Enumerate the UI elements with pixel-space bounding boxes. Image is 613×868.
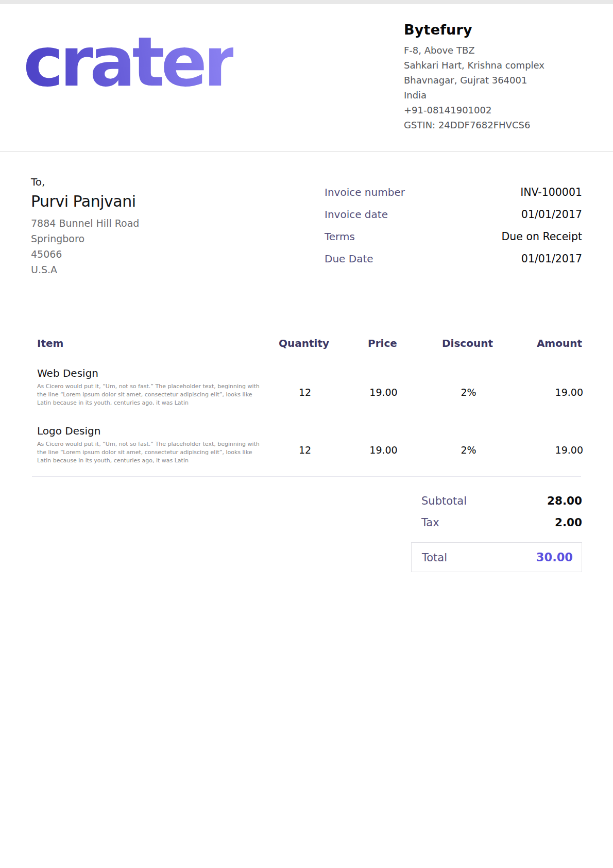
client-name: Purvi Panjvani	[31, 192, 139, 210]
company-name: Bytefury	[404, 22, 544, 38]
item-description: As Cicero would put it, “Um, not so fast…	[37, 382, 266, 407]
due-date-label: Due Date	[325, 253, 373, 265]
terms-value: Due on Receipt	[501, 230, 582, 243]
due-date-value: 01/01/2017	[521, 253, 582, 265]
totals-divider	[32, 476, 581, 477]
item-discount: 2%	[423, 425, 514, 465]
invoice-meta-block: Invoice number INV-100001 Invoice date 0…	[325, 186, 582, 277]
client-address-line: 7884 Bunnel Hill Road	[31, 215, 139, 231]
total-label: Total	[422, 552, 447, 564]
company-address-line: Bhavnagar, Gujrat 364001	[404, 73, 544, 88]
tax-value: 2.00	[555, 516, 582, 529]
item-cell: Logo Design As Cicero would put it, “Um,…	[31, 425, 266, 465]
total-box: Total 30.00	[411, 542, 582, 572]
crater-logo: crater	[23, 27, 233, 97]
header-amount: Amount	[513, 337, 582, 349]
top-divider-bar	[0, 0, 613, 4]
totals-section: Subtotal 28.00 Tax 2.00 Total 30.00	[411, 494, 582, 572]
item-row: Web Design As Cicero would put it, “Um, …	[31, 367, 582, 407]
item-discount: 2%	[423, 367, 514, 407]
bill-to-block: To, Purvi Panjvani 7884 Bunnel Hill Road…	[31, 176, 139, 277]
company-address-line: India	[404, 88, 544, 103]
invoice-meta-row: Invoice date 01/01/2017	[325, 208, 582, 221]
item-name: Web Design	[37, 367, 266, 379]
header-discount: Discount	[422, 337, 513, 349]
invoice-number-label: Invoice number	[325, 186, 405, 198]
company-address-line: F-8, Above TBZ	[404, 43, 544, 58]
terms-label: Terms	[325, 230, 355, 243]
client-address-line: 45066	[31, 246, 139, 262]
item-row: Logo Design As Cicero would put it, “Um,…	[31, 425, 582, 465]
item-quantity: 12	[266, 367, 344, 407]
item-amount: 19.00	[514, 425, 583, 465]
item-amount: 19.00	[514, 367, 583, 407]
item-description: As Cicero would put it, “Um, not so fast…	[37, 440, 266, 465]
client-address-line: Springboro	[31, 231, 139, 246]
invoice-meta-row: Due Date 01/01/2017	[325, 253, 582, 265]
invoice-meta-row: Terms Due on Receipt	[325, 230, 582, 243]
company-address-line: Sahkari Hart, Krishna complex	[404, 58, 544, 73]
items-table-header: Item Quantity Price Discount Amount	[31, 337, 582, 349]
item-cell: Web Design As Cicero would put it, “Um, …	[31, 367, 266, 407]
total-value: 30.00	[536, 550, 573, 564]
subtotal-value: 28.00	[547, 494, 582, 507]
item-quantity: 12	[266, 425, 344, 465]
company-info-block: Bytefury F-8, Above TBZ Sahkari Hart, Kr…	[404, 22, 544, 132]
bill-to-label: To,	[31, 176, 139, 188]
invoice-date-value: 01/01/2017	[521, 208, 582, 221]
tax-label: Tax	[421, 516, 439, 529]
tax-row: Tax 2.00	[411, 516, 582, 529]
header-price: Price	[343, 337, 422, 349]
billing-section: To, Purvi Panjvani 7884 Bunnel Hill Road…	[0, 176, 613, 277]
header-item: Item	[31, 337, 265, 349]
client-address-line: U.S.A	[31, 262, 139, 277]
subtotal-label: Subtotal	[421, 495, 467, 507]
subtotal-row: Subtotal 28.00	[411, 494, 582, 507]
item-price: 19.00	[344, 367, 423, 407]
invoice-number-value: INV-100001	[520, 186, 582, 198]
items-table: Item Quantity Price Discount Amount Web …	[31, 337, 582, 465]
item-name: Logo Design	[37, 425, 266, 437]
invoice-date-label: Invoice date	[325, 208, 388, 221]
item-price: 19.00	[344, 425, 423, 465]
invoice-meta-row: Invoice number INV-100001	[325, 186, 582, 198]
company-gstin: GSTIN: 24DDF7682FHVCS6	[404, 118, 544, 132]
invoice-header: crater Bytefury F-8, Above TBZ Sahkari H…	[0, 4, 613, 152]
header-quantity: Quantity	[265, 337, 343, 349]
company-phone: +91-08141901002	[404, 103, 544, 118]
